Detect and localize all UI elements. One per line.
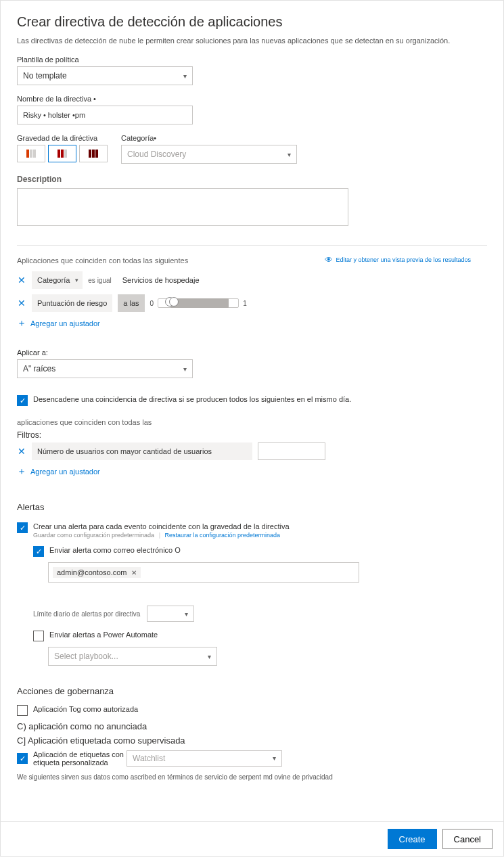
severity-selector: [17, 145, 108, 162]
create-alert-text: Crear una alerta para cada evento coinci…: [33, 522, 290, 530]
power-automate-checkbox[interactable]: [33, 631, 44, 641]
filter-field[interactable]: Puntuación de riesgo: [32, 294, 112, 312]
category-label: Categoría•: [121, 134, 297, 142]
add-filter-link[interactable]: ＋ Agregar un ajustador: [17, 465, 487, 478]
remove-filter-icon[interactable]: ✕: [17, 298, 26, 309]
description-label: Description: [17, 175, 487, 184]
add-filter-text: Agregar un ajustador: [30, 319, 100, 327]
tag-authorized-text: Aplicación Tog como autorizada: [33, 704, 138, 713]
filters-heading: Filtros:: [17, 430, 487, 440]
apps-match-header: aplicaciones que coinciden con todas las: [17, 418, 487, 426]
chevron-down-icon: ▾: [185, 610, 188, 618]
remove-filter-icon[interactable]: ✕: [17, 446, 26, 457]
filter-op: es igual: [88, 277, 111, 284]
watchlist-value: Watchlist: [133, 754, 165, 763]
chevron-down-icon: ▾: [183, 365, 187, 373]
preview-results-link[interactable]: 👁 Editar y obtener una vista previa de l…: [325, 255, 471, 265]
slider-min: 0: [150, 300, 154, 307]
severity-label: Gravedad de la diréctiva: [17, 134, 108, 142]
policy-note: We siguientes sirven sus datos como ascr…: [17, 773, 487, 781]
template-value: No template: [23, 71, 67, 81]
apply-to-value: A" raíces: [23, 364, 55, 373]
page-title: Crear directiva de detección de aplicaci…: [17, 14, 487, 30]
filter-field[interactable]: Número de usuarios con mayor cantidad de…: [32, 442, 252, 460]
footer: Create Cancel: [1, 821, 503, 856]
governance-line-c2: C] Aplicación etiquetada como supervisad…: [17, 735, 487, 746]
chevron-down-icon: ▾: [208, 653, 211, 660]
eye-icon: 👁: [325, 255, 333, 265]
send-email-text: Enviar alerta como correo electrónico O: [49, 545, 181, 554]
email-tag-text: admin@contoso.com: [57, 568, 127, 576]
apply-to-dropdown[interactable]: A" raíces ▾: [17, 359, 193, 378]
plus-icon: ＋: [17, 465, 26, 478]
add-filter-link[interactable]: ＋ Agregar un ajustador: [17, 317, 487, 329]
custom-tag-checkbox[interactable]: ✓: [17, 753, 28, 764]
remove-filter-icon[interactable]: ✕: [17, 275, 26, 286]
custom-tag-text: Aplicación de etiquetas con etiqueta per…: [33, 750, 135, 767]
filter-row-1: ✕ Categoría ▾ es igual Servicios de hosp…: [17, 271, 487, 289]
template-dropdown[interactable]: No template ▾: [17, 66, 193, 85]
email-recipients-input[interactable]: admin@contoso.com ✕: [48, 562, 359, 583]
trigger-checkbox[interactable]: ✓: [17, 395, 28, 406]
restore-default-link[interactable]: Restaurar la configuración predeterminad…: [164, 532, 280, 539]
filter-op[interactable]: a las: [118, 294, 144, 312]
alert-defaults-row: Guardar como configuración predeterminad…: [33, 532, 290, 539]
governance-line-c1: C) aplicación como no anunciada: [17, 721, 487, 731]
send-email-checkbox[interactable]: ✓: [33, 546, 44, 557]
filter-value-input[interactable]: [258, 442, 325, 460]
filter-value[interactable]: Servicios de hospedaje: [117, 273, 205, 287]
filter-field: Categoría: [37, 276, 70, 284]
daily-limit-label: Límite diario de alertas por directiva: [33, 610, 140, 618]
create-button[interactable]: Create: [388, 829, 437, 849]
category-value: Cloud Discovery: [127, 150, 186, 159]
chevron-down-icon: ▾: [75, 277, 78, 283]
description-input[interactable]: [17, 188, 348, 226]
tag-authorized-checkbox[interactable]: [17, 705, 28, 716]
email-tag: admin@contoso.com ✕: [53, 567, 141, 578]
plus-icon: ＋: [17, 317, 26, 329]
watchlist-dropdown[interactable]: Watchlist ▾: [127, 750, 282, 767]
save-default-link[interactable]: Guardar como configuración predeterminad…: [33, 532, 154, 539]
filter-row-2: ✕ Puntuación de riesgo a las 0 1: [17, 294, 487, 312]
filter-field-dropdown[interactable]: Categoría ▾: [32, 271, 83, 289]
trigger-text: Desencadene una coincidencia de directiv…: [33, 394, 351, 403]
severity-low[interactable]: [17, 145, 45, 162]
category-dropdown[interactable]: Cloud Discovery ▾: [121, 145, 297, 164]
divider: [17, 245, 487, 246]
template-label: Plantilla de política: [17, 55, 193, 64]
severity-medium[interactable]: [48, 145, 76, 162]
filter-row-3: ✕ Número de usuarios con mayor cantidad …: [17, 442, 487, 460]
governance-heading: Acciones de gobernanza: [17, 686, 487, 696]
playbook-placeholder: Select playbook...: [54, 652, 118, 661]
page-subtitle: Las directivas de detección de nube le p…: [17, 37, 487, 45]
playbook-dropdown[interactable]: Select playbook... ▾: [48, 647, 217, 666]
apply-to-label: Aplicar a:: [17, 348, 193, 357]
chevron-down-icon: ▾: [183, 72, 187, 80]
create-alert-checkbox[interactable]: ✓: [17, 522, 28, 533]
remove-email-icon[interactable]: ✕: [131, 569, 137, 576]
policy-name-input[interactable]: [17, 106, 193, 124]
add-filter-text: Agregar un ajustador: [30, 468, 100, 476]
name-label: Nombre de la directiva •: [17, 95, 193, 103]
preview-results-text: Editar y obtener una vista previa de los…: [336, 256, 471, 263]
chevron-down-icon: ▾: [273, 754, 276, 762]
risk-slider[interactable]: 0 1: [150, 298, 247, 308]
power-automate-text: Enviar alertas a Power Automate: [49, 630, 158, 639]
alerts-heading: Alertas: [17, 502, 487, 512]
chevron-down-icon: ▾: [288, 151, 291, 158]
daily-limit-dropdown[interactable]: ▾: [147, 606, 194, 622]
slider-track[interactable]: [158, 298, 239, 308]
cancel-button[interactable]: Cancel: [442, 829, 492, 849]
severity-high[interactable]: [79, 145, 108, 162]
slider-max: 1: [243, 300, 247, 307]
